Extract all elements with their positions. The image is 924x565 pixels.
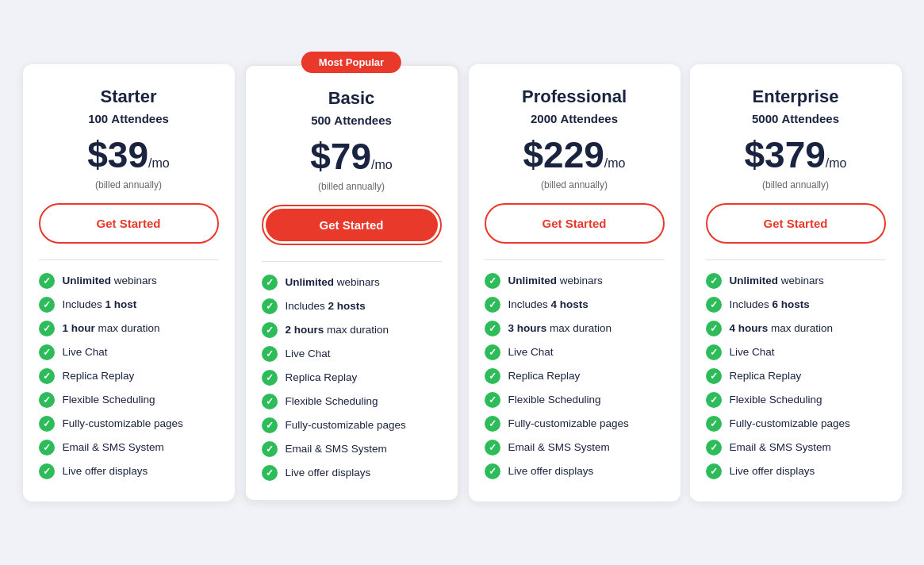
feature-text: Unlimited webinars: [63, 275, 157, 286]
check-icon: [262, 441, 278, 457]
price-per-enterprise: /mo: [826, 156, 847, 170]
plan-price-basic: $79/mo: [262, 135, 442, 178]
check-icon: [39, 440, 55, 455]
feature-item: Unlimited webinars: [39, 273, 219, 289]
check-icon: [262, 275, 278, 290]
check-icon: [706, 344, 722, 360]
feature-item: Replica Replay: [39, 368, 219, 384]
cta-wrapper-professional: Get Started: [485, 203, 665, 244]
check-icon: [706, 368, 722, 384]
feature-item: 4 hours max duration: [706, 321, 886, 336]
feature-text: Live offer displays: [63, 465, 148, 477]
check-icon: [39, 344, 55, 360]
price-amount-professional: $229: [523, 134, 604, 175]
feature-text: 4 hours max duration: [730, 322, 834, 334]
price-per-basic: /mo: [371, 158, 393, 171]
feature-text: Live offer displays: [508, 465, 594, 477]
check-icon: [706, 463, 722, 479]
plan-price-enterprise: $379/mo: [706, 133, 886, 176]
feature-list-enterprise: Unlimited webinars Includes 6 hosts 4 ho…: [706, 273, 886, 479]
price-amount-enterprise: $379: [744, 134, 825, 175]
check-icon: [39, 321, 55, 336]
cta-button-professional[interactable]: Get Started: [489, 207, 661, 240]
check-icon: [485, 392, 500, 408]
check-icon: [262, 465, 278, 481]
divider-basic: [262, 261, 442, 262]
plan-name-professional: Professional: [485, 86, 665, 107]
check-icon: [485, 416, 500, 432]
feature-item: 3 hours max duration: [485, 321, 665, 336]
divider-enterprise: [706, 259, 886, 260]
plan-attendees-professional: 2000 Attendees: [485, 112, 665, 125]
feature-text: Live Chat: [63, 346, 108, 358]
feature-item: Live offer displays: [262, 465, 442, 481]
plan-card-basic: Most Popular Basic 500 Attendees $79/mo …: [244, 64, 459, 502]
feature-item: Fully-customizable pages: [39, 416, 219, 432]
price-amount-basic: $79: [310, 136, 371, 177]
feature-text: Includes 1 host: [63, 298, 137, 310]
most-popular-badge: Most Popular: [301, 52, 401, 73]
feature-text: Flexible Scheduling: [63, 394, 155, 405]
check-icon: [485, 368, 500, 384]
feature-text: Includes 4 hosts: [508, 298, 589, 310]
feature-text: 1 hour max duration: [63, 322, 160, 334]
check-icon: [262, 417, 278, 433]
cta-button-basic[interactable]: Get Started: [266, 209, 438, 241]
feature-item: Live offer displays: [706, 463, 886, 479]
divider-starter: [39, 259, 219, 260]
feature-item: Fully-customizable pages: [262, 417, 442, 433]
feature-item: Flexible Scheduling: [485, 392, 665, 408]
feature-item: Live Chat: [39, 344, 219, 360]
cta-wrapper-enterprise: Get Started: [706, 203, 886, 244]
plan-attendees-basic: 500 Attendees: [262, 113, 442, 127]
check-icon: [262, 394, 278, 409]
cta-wrapper-basic: Get Started: [262, 205, 442, 245]
feature-text: Fully-customizable pages: [730, 417, 850, 429]
check-icon: [262, 298, 278, 314]
check-icon: [39, 297, 55, 313]
feature-item: Email & SMS System: [706, 440, 886, 455]
cta-button-enterprise[interactable]: Get Started: [710, 207, 882, 240]
feature-item: 1 hour max duration: [39, 321, 219, 336]
check-icon: [262, 322, 278, 338]
feature-item: Live offer displays: [39, 463, 219, 479]
feature-text: 2 hours max duration: [286, 324, 389, 336]
feature-item: Includes 2 hosts: [262, 298, 442, 314]
billed-enterprise: (billed annually): [706, 179, 886, 190]
feature-text: Email & SMS System: [730, 441, 831, 453]
feature-text: Fully-customizable pages: [286, 419, 406, 431]
check-icon: [706, 297, 722, 313]
plan-price-starter: $39/mo: [39, 133, 219, 176]
feature-text: Email & SMS System: [286, 443, 387, 455]
pricing-table: Starter 100 Attendees $39/mo (billed ann…: [18, 64, 907, 502]
plan-attendees-starter: 100 Attendees: [39, 112, 219, 125]
price-amount-starter: $39: [87, 134, 148, 175]
feature-item: Email & SMS System: [39, 440, 219, 455]
feature-text: Live offer displays: [730, 465, 815, 477]
check-icon: [706, 440, 722, 455]
plan-card-enterprise: Enterprise 5000 Attendees $379/mo (bille…: [690, 64, 902, 502]
plan-name-starter: Starter: [39, 86, 219, 107]
price-per-professional: /mo: [604, 156, 626, 170]
check-icon: [39, 392, 55, 408]
feature-item: Fully-customizable pages: [706, 416, 886, 432]
billed-professional: (billed annually): [485, 179, 665, 190]
feature-item: Unlimited webinars: [706, 273, 886, 289]
feature-text: Flexible Scheduling: [286, 395, 378, 407]
check-icon: [485, 273, 500, 289]
feature-text: Includes 2 hosts: [286, 300, 366, 312]
feature-item: Includes 1 host: [39, 297, 219, 313]
check-icon: [485, 440, 500, 455]
check-icon: [39, 273, 55, 289]
feature-item: Flexible Scheduling: [706, 392, 886, 408]
feature-text: Unlimited webinars: [508, 275, 603, 286]
price-per-starter: /mo: [148, 156, 170, 170]
check-icon: [706, 273, 722, 289]
feature-text: Fully-customizable pages: [63, 417, 183, 429]
feature-item: Flexible Scheduling: [39, 392, 219, 408]
feature-text: Live Chat: [286, 348, 331, 359]
plan-card-professional: Professional 2000 Attendees $229/mo (bil…: [469, 64, 681, 502]
cta-button-starter[interactable]: Get Started: [43, 207, 215, 240]
feature-item: Unlimited webinars: [485, 273, 665, 289]
feature-list-basic: Unlimited webinars Includes 2 hosts 2 ho…: [262, 275, 442, 481]
